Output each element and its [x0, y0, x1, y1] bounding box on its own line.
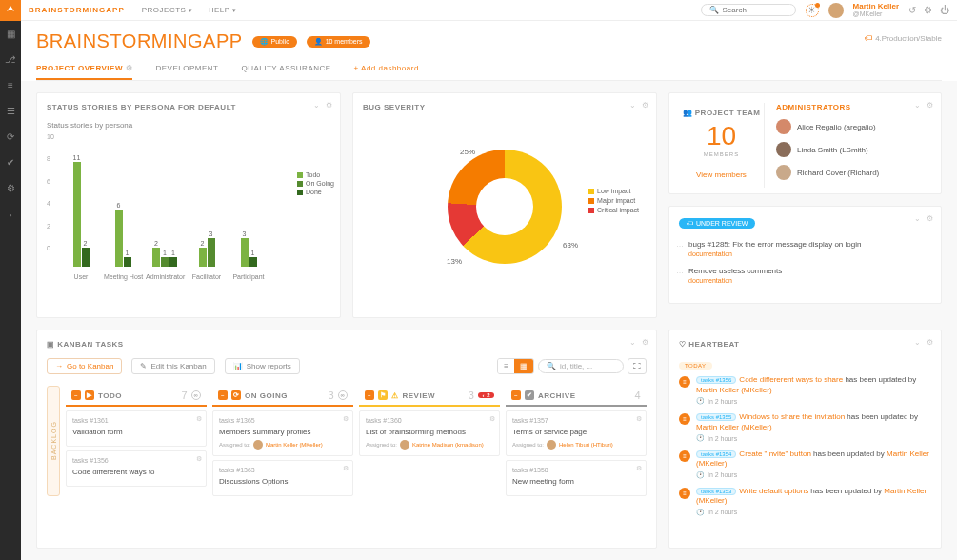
- user-menu[interactable]: Martin Keller @MKeller: [853, 3, 899, 17]
- public-pill[interactable]: 🌐Public: [252, 36, 297, 48]
- global-search[interactable]: 🔍: [701, 4, 796, 16]
- compact-view-icon[interactable]: ≡: [498, 359, 514, 373]
- today-badge: TODAY: [679, 362, 712, 370]
- sync-icon[interactable]: ⟳: [7, 131, 14, 142]
- breadcrumb[interactable]: BRAINSTORMINGAPP: [29, 6, 125, 14]
- fullscreen-icon[interactable]: ⛶: [628, 358, 647, 374]
- task-pill[interactable]: tasks #1353: [696, 488, 736, 495]
- gear-icon[interactable]: ⚙: [343, 415, 349, 423]
- nav-projects[interactable]: PROJECTS ▾: [142, 6, 193, 14]
- tab-qa[interactable]: QUALITY ASSURANCE: [241, 64, 330, 80]
- tab-development[interactable]: DEVELOPMENT: [155, 64, 218, 80]
- collapse-col-icon[interactable]: –: [218, 390, 228, 400]
- collapse-icon[interactable]: ⌄: [914, 214, 921, 223]
- gear-icon[interactable]: ⚙: [927, 338, 933, 347]
- members-pill[interactable]: 👤10 members: [307, 36, 370, 48]
- power-icon[interactable]: ⏻: [940, 5, 949, 15]
- under-review-card: ⌄⚙ 🏷UNDER REVIEW bugs #1285: Fix the err…: [668, 206, 942, 304]
- kanban-card-item[interactable]: ⚙tasks #1358New meeting form: [506, 460, 647, 496]
- heartbeat-item[interactable]: ≡tasks #1353Write default options has be…: [679, 487, 931, 516]
- limit-icon: ∞: [338, 390, 348, 400]
- avatar: [253, 440, 263, 450]
- app-logo-icon[interactable]: [0, 0, 21, 21]
- tag-icon: 🏷: [687, 220, 693, 227]
- collapse-icon[interactable]: ⌄: [313, 101, 320, 110]
- gear-icon[interactable]: ⚙: [489, 415, 495, 423]
- clock-icon: 🕑: [696, 509, 705, 516]
- collapse-col-icon[interactable]: –: [511, 390, 521, 400]
- nav-help[interactable]: HELP ▾: [209, 6, 237, 14]
- kanban-card-item[interactable]: ⚙tasks #1357Terms of service pageAssigne…: [506, 410, 647, 456]
- backlog-tab[interactable]: BACKLOG: [47, 386, 60, 496]
- user-avatar[interactable]: [828, 3, 844, 18]
- donut-chart: 25% 13% 63% Low impact Major impact Crit…: [363, 121, 647, 292]
- team-member[interactable]: Alice Regalio (aregalio): [776, 119, 931, 134]
- heartbeat-item[interactable]: ≡tasks #1355Windows to share the invitat…: [679, 412, 931, 442]
- gear-icon[interactable]: ⚙: [196, 455, 202, 463]
- list-icon[interactable]: ≡: [8, 80, 13, 90]
- notifications-icon[interactable]: ☀: [806, 4, 819, 17]
- gear-icon[interactable]: ⚙: [196, 415, 202, 423]
- view-members-link[interactable]: View members: [679, 170, 764, 179]
- go-to-kanban-button[interactable]: → Go to Kanban: [47, 358, 122, 374]
- donut-label: 63%: [563, 241, 578, 250]
- admins-header: ADMINISTRATORS: [776, 103, 931, 111]
- status-stories-card: ⌄⚙ STATUS STORIES BY PERSONA FOR DEFAULT…: [36, 92, 341, 318]
- search-input[interactable]: [723, 6, 789, 14]
- gear-icon[interactable]: ⚙: [642, 101, 648, 110]
- kanban-col-ongoing: –⟳ON GOING3∞: [212, 386, 353, 407]
- expand-sidebar-icon[interactable]: ›: [10, 210, 12, 220]
- layers-icon[interactable]: ☰: [7, 106, 15, 116]
- gear-icon[interactable]: ⚙: [927, 101, 933, 110]
- collapse-icon[interactable]: ⌄: [914, 101, 921, 110]
- check-icon[interactable]: ✔: [7, 157, 14, 168]
- git-icon[interactable]: ⎇: [5, 54, 16, 65]
- collapse-icon[interactable]: ⌄: [629, 338, 636, 347]
- collapse-col-icon[interactable]: –: [365, 390, 374, 400]
- review-item[interactable]: Remove useless comments documentation: [679, 267, 931, 284]
- team-member[interactable]: Linda Smith (LSmith): [776, 142, 931, 157]
- tag-icon: 🏷: [865, 34, 872, 43]
- kanban-card-item[interactable]: ⚙tasks #1361Validation form: [66, 410, 207, 447]
- card-title: ▣ KANBAN TASKS: [47, 340, 647, 349]
- page-header: BRAINSTORMINGAPP 🌐Public 👤10 members 🏷4.…: [21, 21, 957, 81]
- team-member[interactable]: Richard Cover (Richard): [776, 165, 931, 180]
- collapse-icon[interactable]: ⌄: [914, 338, 921, 347]
- team-count-label: MEMBERS: [679, 151, 764, 157]
- settings-icon[interactable]: ⚙: [7, 183, 15, 193]
- kanban-card-item[interactable]: ⚙tasks #1356Code differerent ways to: [66, 450, 207, 487]
- kanban-search[interactable]: 🔍id, title, ...: [538, 359, 624, 373]
- collapse-icon[interactable]: ⌄: [629, 101, 636, 110]
- donut-label: 25%: [460, 148, 475, 156]
- gear-icon[interactable]: ⚙: [343, 465, 349, 472]
- grid-icon[interactable]: ▦: [7, 29, 15, 39]
- task-pill[interactable]: tasks #1354: [696, 450, 736, 458]
- task-pill[interactable]: tasks #1355: [696, 413, 736, 421]
- avatar: [776, 165, 791, 180]
- history-icon[interactable]: ↺: [908, 5, 916, 15]
- kanban-card-item[interactable]: ⚙tasks #1360List of brainstorming method…: [359, 410, 500, 456]
- gear-icon[interactable]: ⚙: [326, 101, 332, 110]
- tab-overview[interactable]: PROJECT OVERVIEW⚙: [36, 64, 132, 80]
- kanban-card-item[interactable]: ⚙tasks #1365Members summary profilesAssi…: [212, 410, 353, 456]
- review-col-icon: ⚑: [378, 390, 388, 400]
- heartbeat-item[interactable]: ≡tasks #1356Code differerent ways to sha…: [679, 375, 931, 405]
- gear-icon[interactable]: ⚙: [126, 64, 133, 72]
- show-reports-button[interactable]: 📊 Show reports: [225, 358, 300, 374]
- review-item[interactable]: bugs #1285: Fix the error message displa…: [679, 240, 931, 257]
- collapse-col-icon[interactable]: –: [71, 390, 81, 400]
- edit-kanban-button[interactable]: ✎ Edit this Kanban: [131, 358, 214, 374]
- gear-icon[interactable]: ⚙: [927, 214, 933, 223]
- heartbeat-item[interactable]: ≡tasks #1354Create "Invite" button has b…: [679, 450, 931, 479]
- gear-icon[interactable]: ⚙: [636, 415, 642, 423]
- gear-icon[interactable]: ⚙: [924, 5, 932, 15]
- task-pill[interactable]: tasks #1356: [696, 376, 736, 384]
- heartbeat-icon: ♡: [679, 340, 687, 349]
- bug-severity-card: ⌄⚙ BUG SEVERITY 25% 13% 63% Low impact M…: [352, 92, 657, 318]
- add-dashboard-button[interactable]: + Add dashboard: [354, 64, 419, 80]
- view-toggle[interactable]: ≡ ▦: [497, 358, 534, 374]
- gear-icon[interactable]: ⚙: [636, 465, 642, 472]
- gear-icon[interactable]: ⚙: [642, 338, 648, 347]
- kanban-card-item[interactable]: ⚙tasks #1363Discussions Options: [212, 460, 353, 496]
- card-view-icon[interactable]: ▦: [514, 359, 533, 373]
